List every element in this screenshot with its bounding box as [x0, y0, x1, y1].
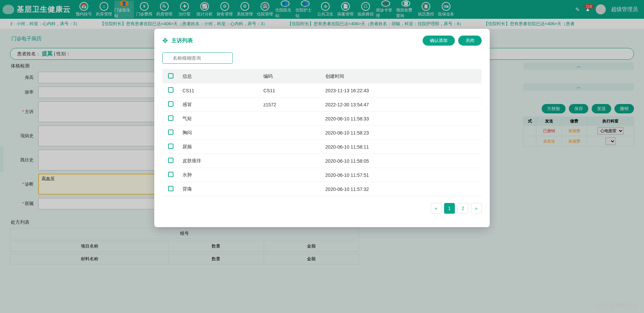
modal-title: 主诉列表	[171, 37, 423, 44]
page-2[interactable]: 2	[458, 203, 468, 214]
page-»[interactable]: »	[471, 203, 482, 214]
pagination: «12»	[162, 203, 482, 214]
checkbox[interactable]	[168, 129, 173, 135]
table-row[interactable]: CS11CS112023-11-13 16:22:43	[162, 84, 482, 98]
confirm-add-button[interactable]: 确认添加	[423, 36, 455, 46]
page-«[interactable]: «	[431, 203, 441, 214]
table-row[interactable]: 气短2020-06-10 11:58:33	[162, 112, 482, 126]
watermark: CSDN @源码技术栈	[594, 302, 637, 308]
table-row[interactable]: 胸闷2020-06-10 11:58:23	[162, 126, 482, 140]
page-1[interactable]: 1	[444, 203, 455, 214]
checkbox[interactable]	[168, 101, 173, 107]
move-icon[interactable]: ✥	[162, 37, 168, 45]
table-row[interactable]: 背痛2020-06-10 11:57:32	[162, 182, 482, 196]
table-row[interactable]: 感冒z15722022-12-30 13:54:47	[162, 98, 482, 112]
complaint-table: 信息编码创建时间 CS11CS112023-11-13 16:22:43感冒z1…	[162, 69, 482, 196]
modal-mask: ✥ 主诉列表 确认添加 关闭 🔍 信息编码创建时间 CS11CS112023-1…	[0, 0, 644, 313]
table-row[interactable]: 水肿2020-06-10 11:57:51	[162, 168, 482, 182]
checkbox[interactable]	[168, 158, 173, 163]
checkbox[interactable]	[168, 115, 173, 121]
chief-complaint-modal: ✥ 主诉列表 确认添加 关闭 🔍 信息编码创建时间 CS11CS112023-1…	[154, 29, 490, 227]
checkbox[interactable]	[168, 186, 173, 191]
search-input[interactable]	[162, 52, 233, 64]
checkbox[interactable]	[168, 144, 173, 149]
checkbox[interactable]	[168, 87, 173, 93]
table-row[interactable]: 尿频2020-06-10 11:58:11	[162, 140, 482, 154]
close-button[interactable]: 关闭	[458, 36, 482, 46]
table-row[interactable]: 皮肤瘙痒2020-06-10 11:58:05	[162, 154, 482, 168]
checkbox-all[interactable]	[168, 73, 173, 79]
checkbox[interactable]	[168, 172, 173, 177]
